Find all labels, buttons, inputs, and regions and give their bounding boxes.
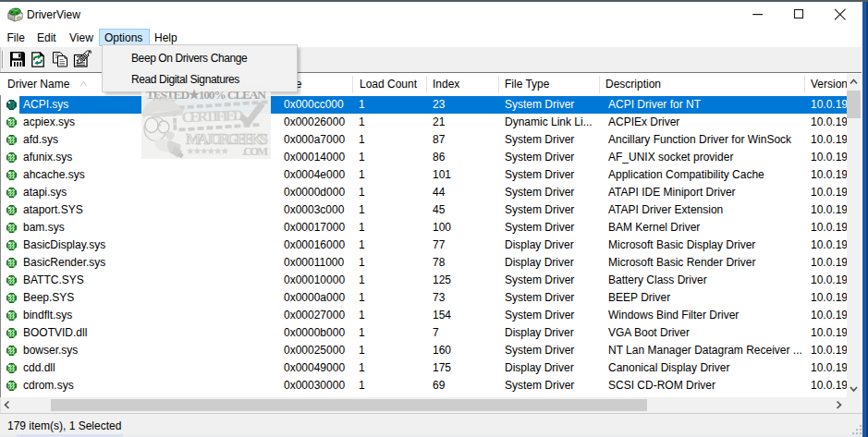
svg-text:★★★★★★: ★★★★★★ [186,145,229,156]
svg-text:.COM: .COM [242,145,268,158]
svg-text:CERTIFIED: CERTIFIED [181,107,244,125]
